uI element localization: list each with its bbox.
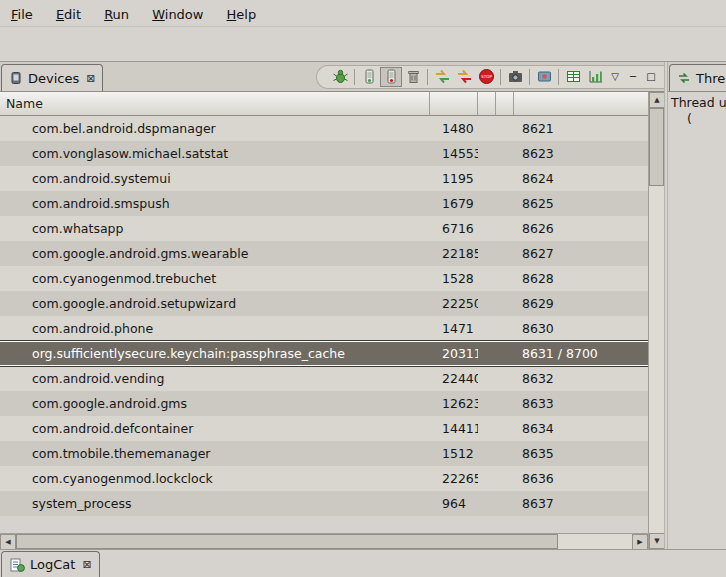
table-row[interactable]: com.android.smspush16798625	[0, 191, 648, 216]
table-row[interactable]: com.whatsapp67168626	[0, 216, 648, 241]
cell-pid: 12623	[430, 391, 478, 416]
stop-process-icon[interactable]: STOP	[475, 67, 497, 87]
cell-spacer	[496, 391, 514, 416]
menu-window[interactable]: Window	[143, 1, 212, 28]
scrollbar-thumb[interactable]	[16, 534, 558, 549]
cell-spacer	[496, 241, 514, 266]
cell-name: com.cyanogenmod.lockclock	[0, 466, 430, 491]
table-row[interactable]: com.android.defcontainer144118634	[0, 416, 648, 441]
menu-bar: File Edit Run Window Help	[0, 0, 726, 27]
cell-spacer	[478, 216, 496, 241]
table-row[interactable]: com.cyanogenmod.lockclock222658636	[0, 466, 648, 491]
cell-name: com.vonglasow.michael.satstat	[0, 141, 430, 166]
column-header[interactable]	[496, 92, 514, 116]
view-menu-icon[interactable]: ▽	[606, 67, 624, 87]
cell-spacer	[478, 116, 496, 141]
table-row[interactable]: com.cyanogenmod.trebuchet15288628	[0, 266, 648, 291]
cell-spacer	[478, 441, 496, 466]
cell-spacer	[496, 466, 514, 491]
update-threads-icon[interactable]	[431, 67, 453, 87]
cell-spacer	[478, 166, 496, 191]
scroll-right-icon[interactable]: ▶	[632, 534, 648, 549]
scrollbar-track[interactable]	[16, 534, 632, 549]
table-row[interactable]: com.google.android.setupwizard222508629	[0, 291, 648, 316]
cell-spacer	[478, 141, 496, 166]
tab-threads[interactable]: Threads	[669, 64, 726, 91]
update-heap-icon[interactable]	[358, 67, 380, 87]
column-header[interactable]	[478, 92, 496, 116]
table-row[interactable]: com.vonglasow.michael.satstat145538623	[0, 141, 648, 166]
column-header-port[interactable]	[514, 92, 648, 116]
hierarchy-view-icon[interactable]	[584, 67, 606, 87]
table-row[interactable]: system_process9648637	[0, 491, 648, 516]
tab-devices[interactable]: Devices ⊠	[1, 64, 103, 91]
cell-pid: 14553	[430, 141, 478, 166]
tab-logcat[interactable]: LogCat ⊠	[1, 551, 100, 577]
table-row[interactable]: org.sufficientlysecure.keychain:passphra…	[0, 341, 648, 366]
app-window: File Edit Run Window Help Devices ⊠ STOP…	[0, 0, 726, 577]
cause-gc-icon[interactable]	[402, 67, 424, 87]
dump-hprof-icon[interactable]	[380, 67, 402, 87]
main-area: Devices ⊠ STOP▽─□ Name com.bel.android.d…	[0, 62, 726, 549]
table-row[interactable]: com.bel.android.dspmanager14808621	[0, 116, 648, 141]
cell-spacer	[478, 291, 496, 316]
threads-message-line: Thread up	[671, 95, 726, 111]
cell-spacer	[478, 491, 496, 516]
scroll-up-icon[interactable]: ▲	[649, 92, 664, 108]
scroll-down-icon[interactable]: ▼	[649, 533, 664, 549]
column-header-name[interactable]: Name	[0, 92, 430, 116]
cell-port: 8624	[514, 166, 648, 191]
table-row[interactable]: com.android.systemui11958624	[0, 166, 648, 191]
cell-name: com.tmobile.thememanager	[0, 441, 430, 466]
start-method-profiling-icon[interactable]	[453, 67, 475, 87]
cell-port: 8629	[514, 291, 648, 316]
scrollbar-track[interactable]	[649, 108, 664, 533]
close-icon[interactable]: ⊠	[82, 558, 91, 571]
screen-capture-icon[interactable]	[504, 67, 526, 87]
close-icon[interactable]: ⊠	[86, 72, 95, 85]
table-row[interactable]: com.android.phone14718630	[0, 316, 648, 341]
vertical-scrollbar[interactable]: ▲ ▼	[648, 92, 664, 549]
cell-spacer	[496, 316, 514, 341]
cell-port: 8623	[514, 141, 648, 166]
table-header: Name	[0, 92, 648, 116]
tab-devices-label: Devices	[28, 71, 79, 86]
table-row[interactable]: com.google.android.gms126238633	[0, 391, 648, 416]
cell-pid: 964	[430, 491, 478, 516]
screen-record-icon[interactable]	[533, 67, 555, 87]
column-header-pid[interactable]	[430, 92, 478, 116]
cell-name: com.bel.android.dspmanager	[0, 116, 430, 141]
menu-run[interactable]: Run	[95, 1, 138, 28]
table-row[interactable]: com.android.vending224408632	[0, 366, 648, 391]
cell-spacer	[478, 391, 496, 416]
cell-spacer	[496, 266, 514, 291]
cell-name: com.android.phone	[0, 316, 430, 341]
scrollbar-thumb[interactable]	[649, 108, 664, 186]
cell-name: com.android.systemui	[0, 166, 430, 191]
debug-process-icon[interactable]	[329, 67, 351, 87]
minimize-icon[interactable]: ─	[624, 67, 642, 87]
cell-name: com.android.defcontainer	[0, 416, 430, 441]
cell-name: com.android.smspush	[0, 191, 430, 216]
menu-edit[interactable]: Edit	[47, 1, 90, 28]
menu-file[interactable]: File	[2, 1, 42, 28]
cell-pid: 1679	[430, 191, 478, 216]
scroll-left-icon[interactable]: ◀	[0, 534, 16, 549]
menu-help[interactable]: Help	[218, 1, 266, 28]
toolbar-separator	[500, 69, 501, 85]
cell-spacer	[496, 191, 514, 216]
table-row[interactable]: com.tmobile.thememanager15128635	[0, 441, 648, 466]
table-row[interactable]: com.google.android.gms.wearable221858627	[0, 241, 648, 266]
cell-pid: 1471	[430, 316, 478, 341]
toolbar-separator	[354, 69, 355, 85]
cell-port: 8625	[514, 191, 648, 216]
maximize-icon[interactable]: □	[642, 67, 660, 87]
cell-spacer	[478, 316, 496, 341]
cell-port: 8628	[514, 266, 648, 291]
cell-spacer	[496, 366, 514, 391]
capture-system-state-icon[interactable]	[562, 67, 584, 87]
svg-text:STOP: STOP	[480, 74, 492, 79]
threads-message-line: (	[671, 111, 726, 127]
horizontal-scrollbar[interactable]: ◀ ▶	[0, 533, 648, 549]
cell-pid: 1528	[430, 266, 478, 291]
